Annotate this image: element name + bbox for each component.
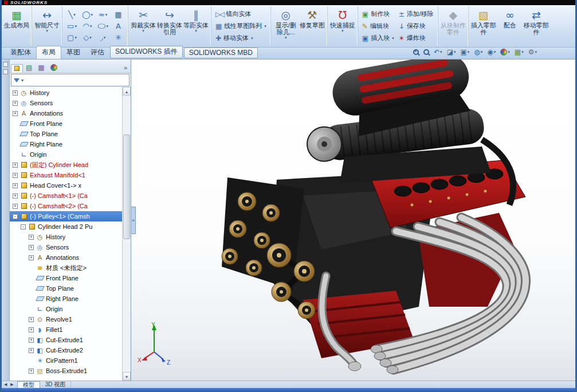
tree-item[interactable]: Front Plane [10, 118, 122, 129]
panel-tabs-overflow-chevron[interactable]: » [121, 64, 129, 73]
tree-item[interactable]: +▧Boss-Extrude1 [10, 366, 122, 376]
expand-toggle[interactable]: + [29, 327, 34, 332]
expand-toggle[interactable]: + [29, 369, 34, 374]
linear-sketch-pattern-button[interactable]: ▦线性草图阵列▾ [213, 21, 269, 31]
previous-view-button[interactable]: ↶▾ [432, 48, 444, 56]
dock-icon[interactable] [3, 62, 8, 67]
dropdown-arrow-icon[interactable]: ▾ [104, 35, 106, 40]
dropdown-arrow-icon[interactable]: ▾ [195, 29, 197, 33]
dropdown-arrow-icon[interactable]: ▾ [142, 29, 144, 33]
arc-tool-button[interactable]: ◠▾ [80, 21, 95, 32]
panel-collapse-handle[interactable]: « [131, 207, 136, 234]
move-entities-button[interactable]: ✚移动实体▾ [213, 33, 269, 43]
convert-entities-button[interactable]: ↪转换实体引用 [156, 7, 183, 37]
expand-toggle[interactable]: + [13, 204, 18, 209]
dropdown-arrow-icon[interactable]: ▾ [454, 50, 456, 54]
display-style-button[interactable]: ◍▾ [472, 48, 484, 56]
display-delete-relations-button[interactable]: ◎显示/删除几...▾ [273, 7, 299, 41]
featuremanager-tab[interactable] [11, 64, 23, 73]
tree-item[interactable]: +Exhaust Manifold<1 [10, 170, 122, 180]
hide-show-items-button[interactable]: ◉▾ [485, 48, 497, 56]
make-part-from-block-button[interactable]: ◆从块制作零件 [440, 7, 466, 37]
tree-item[interactable]: -(-) Pulley<1> (Camsh [10, 211, 122, 221]
tab-nav-arrows[interactable]: ◀ ▶ [2, 382, 17, 387]
tab-评估[interactable]: 评估 [85, 46, 109, 59]
tree-item[interactable]: +◷History [10, 88, 122, 98]
dropdown-arrow-icon[interactable]: ▾ [468, 50, 470, 54]
create-layout-button[interactable]: ▦生成布局 [3, 7, 30, 30]
appearances-tab[interactable] [48, 63, 60, 73]
explode-block-button[interactable]: ✶爆炸块 [397, 33, 436, 43]
offset-entities-button[interactable]: ∥等距实体▾ [183, 7, 209, 34]
insert-block-button[interactable]: ▣插入块▾ [360, 33, 397, 43]
tab-装配体[interactable]: 装配体 [5, 46, 36, 59]
tree-filter-field[interactable]: ▾ [11, 74, 129, 86]
tree-scrollbar[interactable]: ▲ ▼ [122, 87, 131, 381]
expand-toggle[interactable]: + [29, 245, 34, 250]
dropdown-arrow-icon[interactable]: ▾ [89, 35, 92, 40]
dropdown-arrow-icon[interactable]: ▾ [74, 35, 77, 40]
tree-item[interactable]: +◧Cut-Extrude1 [10, 335, 122, 345]
ellipse-tool-button[interactable]: ◯▾ [95, 21, 111, 32]
expand-toggle[interactable]: - [13, 214, 18, 219]
expand-toggle[interactable]: + [13, 173, 18, 178]
dropdown-arrow-icon[interactable]: ▾ [508, 50, 510, 54]
dropdown-arrow-icon[interactable]: ▾ [73, 13, 76, 17]
dropdown-arrow-icon[interactable]: ▾ [74, 24, 77, 29]
tab-SOLIDWORKS MBD[interactable]: SOLIDWORKS MBD [184, 47, 258, 58]
dropdown-arrow-icon[interactable]: ▾ [494, 50, 496, 54]
spline-tool-button[interactable]: ≈▾ [95, 9, 111, 21]
rectangle-tool-button[interactable]: ▭▾ [64, 21, 80, 32]
tree-item[interactable]: +AAnnotations [10, 252, 122, 263]
engine-3d-model[interactable] [131, 60, 575, 381]
tree-item[interactable]: ∟Origin [10, 304, 122, 314]
expand-toggle[interactable]: + [13, 111, 18, 116]
fillet-tool-button[interactable]: ◞▾ [95, 32, 111, 43]
edit-block-button[interactable]: ✎编辑块 [360, 21, 397, 31]
point-tool-button[interactable]: ✳ [111, 32, 126, 43]
tree-item[interactable]: +(-) Camshaft<2> (Ca [10, 201, 122, 211]
section-view-button[interactable]: ◪▾ [445, 48, 458, 56]
tree-item[interactable]: ✳CirPattern1 [10, 355, 122, 366]
scroll-track[interactable] [123, 96, 131, 372]
slot-tool-button[interactable]: ▢▾ [64, 32, 80, 43]
quick-snaps-button[interactable]: ℧快速捕捉▾ [329, 7, 356, 34]
scroll-up-arrow[interactable]: ▲ [123, 87, 131, 96]
scroll-down-arrow[interactable]: ▼ [123, 372, 131, 381]
dropdown-arrow-icon[interactable]: ▾ [105, 13, 108, 17]
make-block-button[interactable]: ▣制作块 [360, 9, 397, 19]
expand-toggle[interactable]: + [13, 101, 18, 106]
dropdown-arrow-icon[interactable]: ▾ [535, 50, 537, 54]
tree-item[interactable]: +◷History [10, 232, 122, 242]
expand-toggle[interactable]: + [29, 255, 34, 260]
apply-scene-button[interactable]: ▦▾ [513, 48, 525, 56]
expand-toggle[interactable]: - [21, 224, 26, 229]
add-remove-block-button[interactable]: ±添加/移除 [397, 9, 436, 19]
repair-sketch-button[interactable]: ⚒修复草图 [299, 7, 325, 30]
propertymanager-tab[interactable]: ▤ [23, 63, 35, 73]
insert-components-button[interactable]: ▧插入零部件 [470, 7, 497, 37]
text-tool-button[interactable]: A [111, 21, 126, 32]
move-component-button[interactable]: ⇄移动零部件 [523, 7, 549, 37]
tree-item[interactable]: +⊙Revolve1 [10, 314, 122, 324]
tree-item[interactable]: Top Plane [10, 129, 122, 139]
polygon-tool-button[interactable]: ◇▾ [80, 32, 95, 43]
tree-item[interactable]: +◗Fillet1 [10, 324, 122, 335]
dropdown-arrow-icon[interactable]: ▾ [251, 36, 253, 41]
tree-item[interactable]: +(固定) Cylinder Head [10, 160, 122, 170]
tree-item[interactable]: +Head Cover<1-> x [10, 180, 122, 191]
expand-toggle[interactable]: + [29, 348, 34, 353]
dropdown-arrow-icon[interactable]: ▾ [392, 36, 394, 41]
expand-toggle[interactable]: + [13, 193, 18, 199]
tree-item[interactable]: Right Plane [10, 139, 122, 149]
tree-item[interactable]: Top Plane [10, 283, 122, 294]
line-tool-button[interactable]: ╲▾ [64, 9, 80, 21]
tab-布局[interactable]: 布局 [36, 46, 61, 59]
tab-SOLIDWORKS 插件[interactable]: SOLIDWORKS 插件 [110, 46, 183, 58]
tree-item[interactable]: -Cylinder Head 2 Pu [10, 221, 122, 232]
tree-item[interactable]: ≡材质 <未指定> [10, 263, 122, 273]
circle-tool-button[interactable]: ◯▾ [80, 9, 95, 21]
dropdown-arrow-icon[interactable]: ▾ [440, 50, 442, 54]
zoom-to-fit-button[interactable] [422, 49, 431, 56]
view-settings-button[interactable]: ⚙▾ [527, 48, 539, 56]
